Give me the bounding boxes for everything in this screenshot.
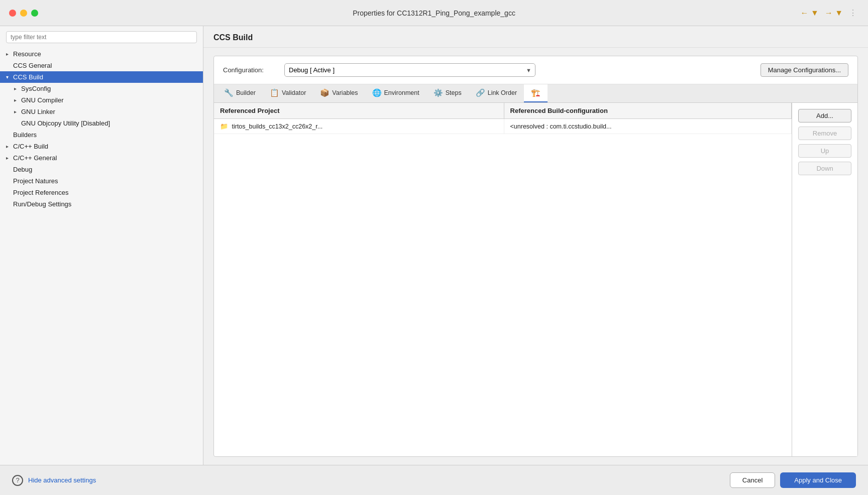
sidebar-item-project-references[interactable]: Project References [0,187,203,198]
hide-advanced-settings-link[interactable]: Hide advanced settings [28,476,96,484]
chevron-down-icon: ▾ [6,74,13,80]
sidebar-item-builders[interactable]: Builders [0,129,203,141]
table-wrapper: Referenced Project Referenced Build-conf… [214,103,792,456]
sidebar-item-ccs-build[interactable]: ▾ CCS Build [0,71,203,83]
configuration-row: Configuration: Debug [ Active ] ▼ Manage… [214,56,857,84]
cancel-button[interactable]: Cancel [730,472,775,488]
down-button[interactable]: Down [798,162,851,175]
sidebar-item-ccs-general[interactable]: CCS General [0,60,203,71]
chevron-placeholder [14,120,21,126]
tab-variables[interactable]: 📦 Variables [313,84,365,102]
sidebar-item-label: SysConfig [21,85,51,92]
col-referenced-build-config: Referenced Build-configuration [504,103,791,119]
close-button[interactable] [9,10,16,17]
cell-build-config: <unresolved : com.ti.ccstudio.build... [504,119,791,134]
tab-builder[interactable]: 🔧 Builder [217,84,263,102]
content-area: CCS Build Configuration: Debug [ Active … [203,26,868,465]
validator-icon: 📋 [270,88,279,97]
search-box [6,31,197,43]
tab-steps[interactable]: ⚙️ Steps [426,84,469,102]
sidebar-item-sysconfig[interactable]: ▸ SysConfig [0,83,203,94]
chevron-right-icon: ▸ [6,144,13,149]
footer: ? Hide advanced settings Cancel Apply an… [0,465,868,495]
manage-configurations-button[interactable]: Manage Configurations... [761,63,848,77]
sidebar-item-gnu-linker[interactable]: ▸ GNU Linker [0,106,203,117]
main-panel: Configuration: Debug [ Active ] ▼ Manage… [213,56,858,457]
footer-left: ? Hide advanced settings [12,475,96,486]
maximize-button[interactable] [31,10,38,17]
configuration-select[interactable]: Debug [ Active ] [284,63,535,77]
tab-builder-label: Builder [236,89,256,96]
window-title: Properties for CC1312R1_Ping_Pong_exampl… [353,9,515,17]
configuration-select-wrapper: Debug [ Active ] ▼ [284,63,535,77]
title-bar: Properties for CC1312R1_Ping_Pong_exampl… [0,0,868,26]
sidebar-item-project-natures[interactable]: Project Natures [0,175,203,187]
sidebar-item-label: CCS General [13,62,52,69]
footer-right: Cancel Apply and Close [730,472,856,488]
sidebar-item-gnu-compiler[interactable]: ▸ GNU Compiler [0,94,203,106]
window-controls [9,10,38,17]
referenced-projects-table: Referenced Project Referenced Build-conf… [214,103,792,134]
table-area: Referenced Project Referenced Build-conf… [214,103,857,456]
project-folder-icon: 📁 [220,122,228,130]
sidebar-item-cpp-build[interactable]: ▸ C/C++ Build [0,141,203,152]
sidebar-item-label: C/C++ Build [13,143,48,150]
minimize-button[interactable] [20,10,27,17]
chevron-right-icon: ▸ [6,155,13,161]
col-referenced-project: Referenced Project [214,103,504,119]
help-icon[interactable]: ? [12,475,23,486]
sidebar-item-label: Project Natures [13,177,58,185]
chevron-placeholder [6,178,13,184]
tab-link-order[interactable]: 🔗 Link Order [469,84,524,102]
chevron-right-icon: ▸ [6,51,13,57]
up-button[interactable]: Up [798,144,851,158]
chevron-right-icon: ▸ [14,86,21,91]
sidebar-item-label: GNU Compiler [21,96,64,104]
active-tab-icon: 🏗️ [531,88,540,97]
sidebar-item-label: C/C++ General [13,154,57,162]
sidebar-item-label: Debug [13,166,32,173]
table-row[interactable]: 📁 tirtos_builds_cc13x2_cc26x2_r... <unre… [214,119,792,134]
sidebar-item-run-debug-settings[interactable]: Run/Debug Settings [0,198,203,210]
environment-icon: 🌐 [372,88,382,97]
tab-active[interactable]: 🏗️ [524,84,548,102]
tab-variables-label: Variables [332,89,358,96]
sidebar-item-resource[interactable]: ▸ Resource [0,48,203,60]
sidebar-item-cpp-general[interactable]: ▸ C/C++ General [0,152,203,164]
sidebar-item-debug[interactable]: Debug [0,164,203,175]
link-order-icon: 🔗 [476,88,485,97]
apply-and-close-button[interactable]: Apply and Close [780,472,856,488]
sidebar: ▸ Resource CCS General ▾ CCS Build ▸ Sys… [0,26,203,465]
toolbar-icons: ← ▼ → ▼ ⋮ [798,7,859,19]
chevron-placeholder [6,190,13,195]
chevron-right-icon: ▸ [14,109,21,114]
chevron-placeholder [6,201,13,207]
tabs-row: 🔧 Builder 📋 Validator 📦 Variables 🌐 Envi… [214,84,857,103]
tab-validator[interactable]: 📋 Validator [263,84,313,102]
tab-validator-label: Validator [282,89,306,96]
sidebar-item-label: Resource [13,50,41,58]
variables-icon: 📦 [320,88,330,97]
back-button[interactable]: ← ▼ [798,8,820,19]
chevron-placeholder [6,63,13,68]
forward-button[interactable]: → ▼ [823,8,845,19]
sidebar-item-label: Run/Debug Settings [13,200,71,208]
more-button[interactable]: ⋮ [847,7,859,19]
page-title: CCS Build [203,26,868,48]
add-button[interactable]: Add... [798,109,851,122]
sidebar-item-label: GNU Objcopy Utility [Disabled] [21,119,110,127]
search-input[interactable] [6,31,197,43]
nav-tree: ▸ Resource CCS General ▾ CCS Build ▸ Sys… [0,47,203,465]
sidebar-item-gnu-objcopy[interactable]: GNU Objcopy Utility [Disabled] [0,117,203,129]
sidebar-item-label: GNU Linker [21,108,55,115]
help-question-mark: ? [16,476,19,484]
remove-button[interactable]: Remove [798,127,851,140]
tab-environment[interactable]: 🌐 Environment [365,84,426,102]
sidebar-item-label: Project References [13,189,69,196]
sidebar-item-label: Builders [13,131,37,139]
tab-link-order-label: Link Order [488,89,517,96]
steps-icon: ⚙️ [433,88,443,97]
chevron-right-icon: ▸ [14,97,21,103]
tab-steps-label: Steps [446,89,462,96]
chevron-placeholder [6,132,13,138]
